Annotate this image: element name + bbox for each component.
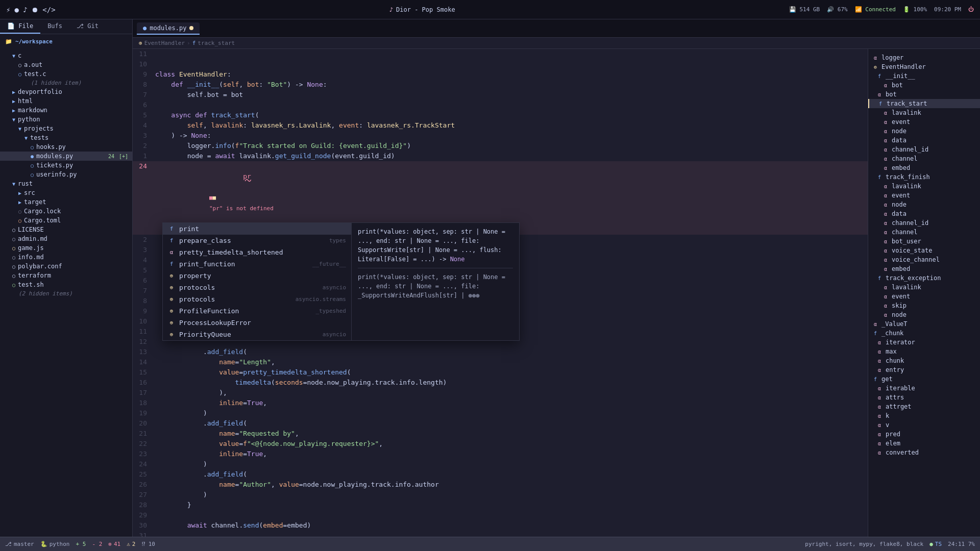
ac-item-print[interactable]: f print: [163, 223, 351, 235]
outline-get-fn[interactable]: f get: [868, 374, 980, 384]
sidebar-item-cargo-lock[interactable]: ○ Cargo.lock: [0, 207, 132, 216]
sidebar-item-cargo-toml[interactable]: ○ Cargo.toml: [0, 216, 132, 225]
ac-item-property[interactable]: ⊕ property: [163, 270, 351, 282]
ac-item-prepare-class[interactable]: f prepare_class types: [163, 235, 351, 246]
sidebar-item-aout[interactable]: ○ a.out: [0, 60, 132, 69]
outline-bot-fn[interactable]: α bot: [868, 90, 980, 99]
outline-embed-1[interactable]: α embed: [868, 163, 980, 172]
sidebar-tab-file[interactable]: 📄 File: [0, 19, 40, 34]
git-branch-status[interactable]: ⎇ master: [5, 541, 34, 547]
outline-entry[interactable]: α entry: [868, 365, 980, 374]
sidebar-item-test-sh[interactable]: ○ test.sh: [0, 280, 132, 289]
power-icon[interactable]: ⏻: [968, 6, 974, 13]
sidebar-item-modules-py[interactable]: ● modules.py 24 [+]: [0, 152, 132, 161]
outline-pred[interactable]: α pred: [868, 430, 980, 439]
outline-lavalink-1[interactable]: α lavalink: [868, 108, 980, 117]
outline-logger[interactable]: α logger: [868, 53, 980, 62]
outline-elem[interactable]: α elem: [868, 439, 980, 448]
outline-event-3[interactable]: α event: [868, 292, 980, 301]
sidebar-item-polybar-conf[interactable]: ○ polybar.conf: [0, 262, 132, 271]
sidebar-item-info-md[interactable]: ○ info.md: [0, 253, 132, 262]
ac-item-protocols-asyncio[interactable]: ⊕ protocols asyncio: [163, 282, 351, 293]
ac-item-protocols-streams[interactable]: ⊕ protocols asyncio.streams: [163, 293, 351, 305]
outline-max[interactable]: α max: [868, 347, 980, 356]
outline-channel-1[interactable]: α channel: [868, 154, 980, 163]
outline-attrs[interactable]: α attrs: [868, 393, 980, 402]
outline-voice-channel[interactable]: α voice_channel: [868, 255, 980, 264]
outline-channel-id-1[interactable]: α channel_id: [868, 145, 980, 154]
sidebar-item-tickets-py[interactable]: ○ tickets.py: [0, 161, 132, 170]
outline-bot-var[interactable]: α bot: [868, 81, 980, 90]
code-icon[interactable]: </>: [42, 6, 55, 14]
record-icon[interactable]: ⏺: [31, 6, 38, 14]
editor[interactable]: 11 10 9 class EventHandler:: [133, 49, 868, 537]
language-status[interactable]: 🐍 python: [40, 541, 70, 547]
tab-modules-py[interactable]: ● modules.py: [137, 22, 200, 35]
circle-icon[interactable]: ●: [14, 6, 18, 14]
sidebar-tab-git[interactable]: ⎇ Git: [69, 19, 106, 34]
outline-chunk[interactable]: α chunk: [868, 356, 980, 365]
outline-track-finish[interactable]: f track_finish: [868, 172, 980, 182]
outline-data-2[interactable]: α data: [868, 209, 980, 218]
sidebar-item-game-js[interactable]: ○ game.js: [0, 243, 132, 253]
var-icon: α: [883, 248, 889, 254]
folder-open-icon: ▼: [18, 126, 21, 132]
outline-track-start[interactable]: f track_start: [868, 99, 980, 108]
ts-status[interactable]: ● TS: [929, 541, 942, 547]
outline-lavalink-3[interactable]: α lavalink: [868, 283, 980, 292]
outline-event-1[interactable]: α event: [868, 117, 980, 127]
outline-bot-user[interactable]: α bot_user: [868, 237, 980, 246]
outline-voice-state[interactable]: α voice_state: [868, 246, 980, 255]
ac-item-print-function[interactable]: f print_function __future__: [163, 258, 351, 270]
outline-iterable[interactable]: α iterable: [868, 384, 980, 393]
outline-attrget[interactable]: α attrget: [868, 402, 980, 411]
hints-status[interactable]: ⁉ 10: [141, 541, 155, 547]
outline-iterator[interactable]: α iterator: [868, 338, 980, 347]
sidebar-item-rust[interactable]: ▼ rust: [0, 179, 132, 188]
outline-node-1[interactable]: α node: [868, 127, 980, 136]
sidebar-item-terraform[interactable]: ○ terraform: [0, 271, 132, 280]
outline-init[interactable]: f __init__: [868, 71, 980, 81]
outline-chunk-fn[interactable]: f _chunk: [868, 329, 980, 338]
sidebar-item-c[interactable]: ▼ c: [0, 51, 132, 60]
sidebar-item-hooks-py[interactable]: ○ hooks.py: [0, 142, 132, 152]
outline-v[interactable]: α v: [868, 420, 980, 430]
outline-node-3[interactable]: α node: [868, 310, 980, 319]
outline-node-2[interactable]: α node: [868, 200, 980, 209]
warnings-status[interactable]: ⚠ 2: [127, 541, 135, 547]
sidebar-item-target[interactable]: ▶ target: [0, 197, 132, 207]
terminal-icon[interactable]: ⚡: [6, 6, 10, 14]
outline-eventhandler[interactable]: ⊕ EventHandler: [868, 62, 980, 71]
ac-item-priorityqueue[interactable]: ⊕ PriorityQueue asyncio: [163, 329, 351, 340]
outline-track-exception[interactable]: f track_exception: [868, 273, 980, 283]
outline-skip[interactable]: α skip: [868, 301, 980, 310]
sidebar-tab-bufs[interactable]: Bufs: [40, 19, 69, 34]
sidebar-item-tests[interactable]: ▼ tests: [0, 133, 132, 142]
outline-channel-id-2[interactable]: α channel_id: [868, 218, 980, 228]
sidebar-item-devportfolio[interactable]: ▶ devportfolio: [0, 87, 132, 96]
sidebar-item-python[interactable]: ▼ python: [0, 115, 132, 124]
music-icon[interactable]: ♪: [23, 6, 27, 14]
outline-embed-2[interactable]: α embed: [868, 264, 980, 273]
sidebar-item-projects[interactable]: ▼ projects: [0, 124, 132, 133]
outline-channel-2[interactable]: α channel: [868, 228, 980, 237]
outline-lavalink-2[interactable]: α lavalink: [868, 182, 980, 191]
ac-item-processlookuperror[interactable]: ⊕ ProcessLookupError: [163, 317, 351, 329]
py-file-icon: ○: [31, 172, 34, 178]
code-line-24b: 24 ): [133, 459, 868, 469]
sidebar-item-userinfo-py[interactable]: ○ userinfo.py: [0, 170, 132, 179]
sidebar-item-markdown[interactable]: ▶ markdown: [0, 106, 132, 115]
sidebar-item-testc[interactable]: ○ test.c: [0, 69, 132, 79]
sidebar-item-html[interactable]: ▶ html: [0, 96, 132, 106]
errors-status[interactable]: ⊗ 41: [108, 541, 120, 547]
ac-item-pretty[interactable]: α pretty_timedelta_shortened: [163, 246, 351, 258]
ac-item-profilefunction[interactable]: ⊕ ProfileFunction _typeshed: [163, 305, 351, 317]
sidebar-item-src[interactable]: ▶ src: [0, 188, 132, 197]
outline-data-1[interactable]: α data: [868, 136, 980, 145]
outline-valuet[interactable]: α _ValueT: [868, 319, 980, 329]
outline-event-2[interactable]: α event: [868, 191, 980, 200]
sidebar-item-admin-md[interactable]: ○ admin.md: [0, 234, 132, 243]
outline-converted[interactable]: α converted: [868, 448, 980, 457]
outline-k[interactable]: α k: [868, 411, 980, 420]
sidebar-item-license[interactable]: ○ LICENSE: [0, 225, 132, 234]
